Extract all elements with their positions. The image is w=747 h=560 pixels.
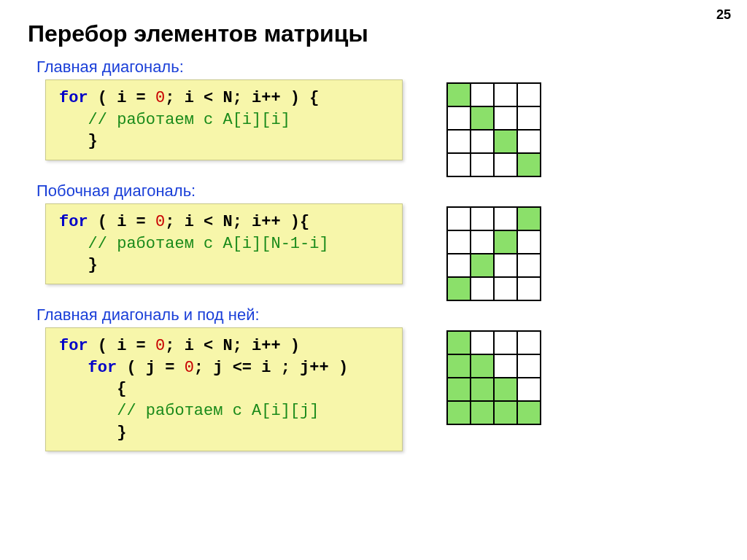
matrix-cell (518, 254, 541, 278)
matrix-cell (518, 107, 541, 131)
matrix-cell (448, 355, 471, 378)
matrix-cell (448, 107, 471, 131)
matrix-cell (518, 332, 541, 355)
matrix-cell (518, 231, 541, 254)
matrix-cell (518, 208, 541, 231)
matrix-cell (518, 355, 541, 378)
matrix-cell (495, 84, 518, 107)
matrix-cell (471, 107, 495, 131)
matrix-cell (471, 84, 495, 107)
matrix-cell (448, 278, 471, 301)
matrix-cell (471, 231, 495, 254)
matrix-cell (518, 84, 541, 107)
matrix-cell (518, 402, 541, 425)
matrix-cell (471, 378, 495, 402)
matrix-cell (448, 154, 471, 177)
matrix-cell (471, 402, 495, 425)
matrix-cell (448, 378, 471, 402)
matrix-lower-tri (446, 330, 541, 425)
matrix-cell (495, 131, 518, 154)
matrix-cell (471, 208, 495, 231)
matrix-cell (448, 254, 471, 278)
matrix-anti-diag (446, 206, 541, 301)
matrix-cell (495, 355, 518, 378)
matrix-cell (518, 154, 541, 177)
matrix-cell (495, 107, 518, 131)
matrix-cell (448, 402, 471, 425)
matrix-cell (495, 332, 518, 355)
matrix-cell (448, 84, 471, 107)
matrix-cell (495, 231, 518, 254)
section-row-lower-tri: for ( i = 0; i < N; i++ ) for ( j = 0; j… (45, 327, 719, 451)
page-title: Перебор элементов матрицы (28, 20, 719, 47)
matrix-cell (518, 278, 541, 301)
matrix-cell (471, 278, 495, 301)
matrix-cell (495, 378, 518, 402)
matrix-cell (448, 131, 471, 154)
page-number: 25 (716, 7, 731, 23)
matrix-cell (471, 332, 495, 355)
matrix-cell (448, 332, 471, 355)
matrix-cell (448, 208, 471, 231)
matrix-cell (495, 278, 518, 301)
matrix-cell (495, 154, 518, 177)
section-row-anti-diag: for ( i = 0; i < N; i++ ){ // работаем с… (45, 203, 719, 301)
matrix-main-diag (446, 82, 541, 177)
matrix-cell (471, 131, 495, 154)
code-block-main-diag: for ( i = 0; i < N; i++ ) { // работаем … (45, 79, 403, 160)
section-label-anti-diag: Побочная диагональ: (36, 182, 719, 201)
section-label-lower-tri: Главная диагональ и под ней: (36, 306, 719, 324)
matrix-cell (471, 254, 495, 278)
section-row-main-diag: for ( i = 0; i < N; i++ ) { // работаем … (45, 79, 719, 177)
matrix-cell (471, 154, 495, 177)
code-block-anti-diag: for ( i = 0; i < N; i++ ){ // работаем с… (45, 203, 403, 284)
matrix-cell (495, 402, 518, 425)
code-block-lower-tri: for ( i = 0; i < N; i++ ) for ( j = 0; j… (45, 327, 403, 451)
matrix-cell (518, 131, 541, 154)
matrix-cell (471, 355, 495, 378)
matrix-cell (495, 254, 518, 278)
section-label-main-diag: Главная диагональ: (36, 58, 719, 77)
matrix-cell (518, 378, 541, 402)
matrix-cell (448, 231, 471, 254)
matrix-cell (495, 208, 518, 231)
